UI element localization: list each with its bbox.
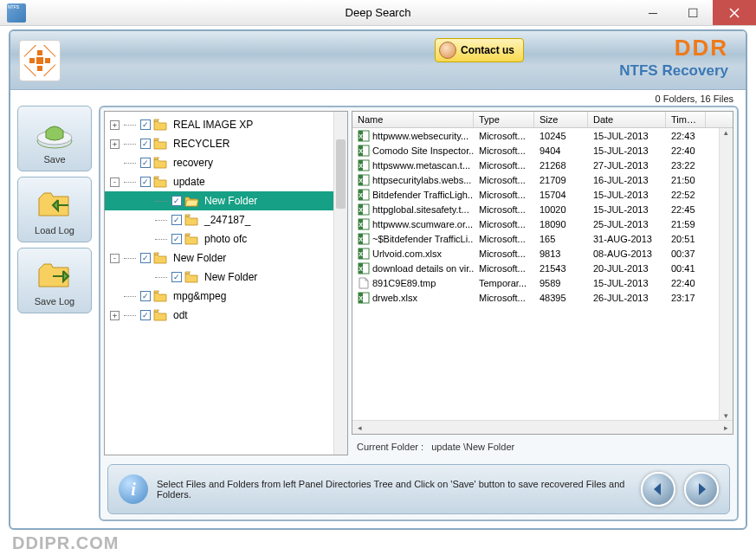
tree-pane[interactable]: +✓REAL IMAGE XP+✓RECYCLER✓recovery-✓upda… (104, 111, 348, 455)
save-button[interactable]: Save (17, 106, 92, 171)
checkbox[interactable]: ✓ (171, 272, 182, 282)
tree-scrollbar[interactable] (333, 112, 347, 455)
tree-item[interactable]: ✓photo ofc (105, 229, 347, 248)
folder-icon (184, 271, 198, 283)
tree-label: update (170, 175, 209, 189)
file-pane[interactable]: Name Type Size Date Time ▲ ▴▾ Xhttpwww.w… (352, 111, 733, 435)
svg-text:X: X (359, 148, 363, 154)
folder-icon (153, 176, 167, 188)
svg-text:X: X (359, 236, 363, 242)
svg-text:X: X (359, 222, 363, 228)
save-log-label: Save Log (35, 296, 74, 307)
checkbox[interactable]: ✓ (140, 253, 151, 263)
expander-icon[interactable]: + (110, 311, 120, 320)
load-log-button[interactable]: Load Log (17, 177, 92, 242)
svg-rect-5 (36, 57, 43, 64)
tree-item[interactable]: ✓New Folder (105, 191, 347, 210)
expander-icon[interactable]: - (110, 254, 120, 263)
file-row[interactable]: Xhttpwww.scumware.or...Microsoft...18090… (352, 216, 733, 231)
logo-icon (19, 40, 61, 81)
tree-label: New Folder (201, 194, 261, 208)
checkbox[interactable]: ✓ (140, 158, 151, 168)
svg-rect-4 (45, 58, 50, 63)
current-folder: Current Folder : update \New Folder (352, 435, 733, 455)
brand-logo: DDR (675, 35, 728, 61)
tree-label: mpg&mpeg (170, 289, 229, 303)
checkbox[interactable]: ✓ (140, 177, 151, 187)
file-row[interactable]: XBitdefender TrafficLigh...Microsoft...1… (352, 187, 733, 202)
file-row[interactable]: Xhttpsecuritylabs.webs...Microsoft...217… (352, 172, 733, 187)
tree-item[interactable]: +✓REAL IMAGE XP (105, 115, 347, 134)
checkbox[interactable]: ✓ (140, 119, 151, 130)
tree-item[interactable]: ✓recovery (105, 153, 347, 172)
file-row[interactable]: Xhttpswww.metascan.t...Microsoft...21268… (352, 158, 733, 172)
load-log-label: Load Log (35, 225, 74, 236)
tree-label: odt (170, 308, 191, 322)
tree-item[interactable]: +✓odt (105, 306, 347, 325)
file-row[interactable]: Xdrweb.xlsxMicrosoft...4839526-JUL-20132… (352, 290, 733, 305)
folder-icon (184, 214, 198, 226)
tree-item[interactable]: ✓New Folder (105, 268, 347, 287)
banner: Contact us DDR NTFS Recovery (10, 31, 746, 90)
col-name[interactable]: Name (352, 112, 474, 127)
tree-label: New Folder (170, 251, 229, 265)
checkbox[interactable]: ✓ (140, 139, 151, 149)
file-row[interactable]: 891C9E89.tmpTemporar...958915-JUL-201322… (352, 275, 733, 290)
tree-item[interactable]: ✓mpg&mpeg (105, 287, 347, 306)
tree-label: _247187_ (201, 213, 254, 227)
save-log-button[interactable]: Save Log (17, 248, 92, 313)
load-log-icon (34, 184, 75, 223)
expander-icon[interactable]: + (110, 139, 120, 149)
folder-icon (153, 138, 167, 150)
contact-avatar-icon (439, 42, 456, 59)
checkbox[interactable]: ✓ (171, 215, 182, 225)
tree-label: recovery (170, 156, 216, 170)
checkbox[interactable]: ✓ (171, 196, 182, 206)
folder-icon (153, 252, 167, 264)
watermark: DDIPR.COM (12, 533, 119, 553)
svg-text:X: X (359, 177, 363, 184)
tree-label: RECYCLER (170, 137, 233, 151)
svg-text:X: X (359, 133, 363, 139)
svg-text:X: X (359, 251, 363, 257)
svg-rect-3 (29, 58, 35, 63)
file-row[interactable]: XUrlvoid.com.xlsxMicrosoft...981308-AUG-… (352, 246, 733, 261)
file-header[interactable]: Name Type Size Date Time ▲ (352, 112, 733, 128)
tree-item[interactable]: -✓update (105, 172, 347, 191)
svg-text:X: X (359, 266, 363, 272)
file-row[interactable]: Xdownload details on vir...Microsoft...2… (352, 261, 733, 275)
svg-text:X: X (359, 163, 363, 169)
expander-icon[interactable]: + (110, 120, 120, 130)
file-row[interactable]: Xhttpglobal.sitesafety.t...Microsoft...1… (352, 202, 733, 216)
file-row[interactable]: XComodo Site Inspector...Microsoft...940… (352, 143, 733, 158)
col-date[interactable]: Date (588, 112, 666, 127)
folder-icon (184, 195, 198, 207)
col-time[interactable]: Time ▲ (666, 112, 706, 127)
tree-item[interactable]: ✓_247187_ (105, 210, 347, 229)
app-frame: Contact us DDR NTFS Recovery 0 Folders, … (9, 29, 747, 530)
tree-item[interactable]: -✓New Folder (105, 248, 347, 268)
file-row[interactable]: X~$Bitdefender TrafficLi...Microsoft...1… (352, 231, 733, 246)
checkbox[interactable]: ✓ (171, 234, 182, 244)
contact-us-button[interactable]: Contact us (435, 38, 524, 62)
tree-item[interactable]: +✓RECYCLER (105, 134, 347, 153)
file-h-scrollbar[interactable]: ◂▸ (352, 420, 733, 434)
folder-icon (153, 309, 167, 321)
svg-text:X: X (359, 192, 363, 198)
folder-icon (153, 119, 167, 131)
checkbox[interactable]: ✓ (140, 310, 151, 320)
col-type[interactable]: Type (474, 112, 534, 127)
col-size[interactable]: Size (534, 112, 588, 127)
brand-subtitle: NTFS Recovery (619, 62, 728, 80)
svg-rect-1 (37, 50, 42, 55)
folder-icon (184, 233, 198, 245)
left-toolbar: Save Load Log Save Log (17, 106, 92, 521)
nav-forward-button[interactable] (684, 472, 719, 507)
expander-icon[interactable]: - (110, 177, 120, 187)
checkbox[interactable]: ✓ (140, 291, 151, 301)
save-log-icon (34, 255, 75, 294)
file-v-scrollbar[interactable]: ▴▾ (719, 128, 733, 420)
file-row[interactable]: Xhttpwww.websecurity...Microsoft...10245… (352, 128, 733, 143)
nav-back-button[interactable] (641, 472, 675, 507)
titlebar: Deep Search ─ ☐ (0, 0, 756, 26)
